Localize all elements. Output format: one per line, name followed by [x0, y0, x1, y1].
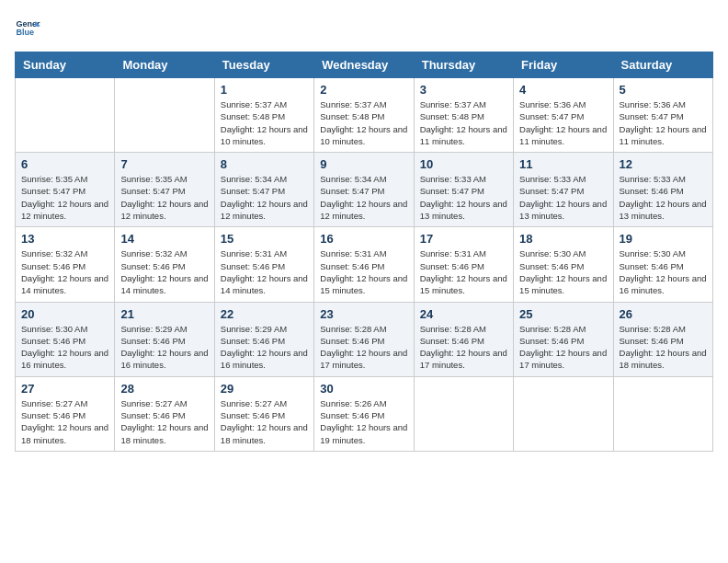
day-info: Sunrise: 5:37 AM Sunset: 5:48 PM Dayligh…	[320, 98, 407, 147]
day-info: Sunrise: 5:36 AM Sunset: 5:47 PM Dayligh…	[620, 98, 707, 147]
day-number: 4	[519, 83, 607, 97]
calendar-cell: 9Sunrise: 5:34 AM Sunset: 5:47 PM Daylig…	[314, 153, 414, 227]
calendar-cell	[613, 376, 712, 451]
day-number: 16	[320, 232, 407, 246]
svg-text:Blue: Blue	[16, 28, 34, 37]
calendar-cell	[115, 78, 214, 153]
calendar-cell	[16, 78, 115, 153]
day-number: 2	[320, 83, 407, 97]
page-header: General Blue	[15, 15, 713, 40]
day-info: Sunrise: 5:35 AM Sunset: 5:47 PM Dayligh…	[120, 173, 208, 222]
calendar-cell: 22Sunrise: 5:29 AM Sunset: 5:46 PM Dayli…	[214, 302, 313, 376]
day-number: 30	[320, 382, 407, 396]
day-number: 11	[519, 157, 607, 171]
day-number: 6	[21, 157, 108, 171]
weekday-header-thursday: Thursday	[414, 52, 513, 78]
day-number: 10	[420, 157, 507, 171]
day-info: Sunrise: 5:27 AM Sunset: 5:46 PM Dayligh…	[221, 397, 308, 446]
day-number: 14	[120, 232, 208, 246]
logo: General Blue	[15, 15, 40, 40]
day-info: Sunrise: 5:30 AM Sunset: 5:46 PM Dayligh…	[21, 323, 108, 372]
calendar-cell: 27Sunrise: 5:27 AM Sunset: 5:46 PM Dayli…	[16, 376, 115, 451]
calendar-week-row: 1Sunrise: 5:37 AM Sunset: 5:48 PM Daylig…	[16, 78, 713, 153]
day-number: 20	[21, 307, 108, 321]
day-number: 25	[519, 307, 607, 321]
calendar-cell	[514, 376, 613, 451]
day-number: 7	[120, 157, 208, 171]
calendar-cell: 30Sunrise: 5:26 AM Sunset: 5:46 PM Dayli…	[314, 376, 414, 451]
weekday-header-friday: Friday	[514, 52, 613, 78]
calendar-cell: 24Sunrise: 5:28 AM Sunset: 5:46 PM Dayli…	[414, 302, 513, 376]
day-info: Sunrise: 5:26 AM Sunset: 5:46 PM Dayligh…	[320, 397, 407, 446]
day-info: Sunrise: 5:29 AM Sunset: 5:46 PM Dayligh…	[120, 323, 208, 372]
day-number: 1	[221, 83, 308, 97]
calendar-cell: 28Sunrise: 5:27 AM Sunset: 5:46 PM Dayli…	[115, 376, 214, 451]
calendar-cell: 21Sunrise: 5:29 AM Sunset: 5:46 PM Dayli…	[115, 302, 214, 376]
day-number: 22	[221, 307, 308, 321]
day-info: Sunrise: 5:30 AM Sunset: 5:46 PM Dayligh…	[620, 247, 707, 296]
calendar-cell: 1Sunrise: 5:37 AM Sunset: 5:48 PM Daylig…	[214, 78, 313, 153]
day-number: 27	[21, 382, 108, 396]
calendar-cell: 26Sunrise: 5:28 AM Sunset: 5:46 PM Dayli…	[613, 302, 712, 376]
calendar-cell: 17Sunrise: 5:31 AM Sunset: 5:46 PM Dayli…	[414, 227, 513, 302]
calendar-cell: 16Sunrise: 5:31 AM Sunset: 5:46 PM Dayli…	[314, 227, 414, 302]
day-info: Sunrise: 5:30 AM Sunset: 5:46 PM Dayligh…	[519, 247, 607, 296]
day-info: Sunrise: 5:27 AM Sunset: 5:46 PM Dayligh…	[120, 397, 208, 446]
day-info: Sunrise: 5:32 AM Sunset: 5:46 PM Dayligh…	[120, 247, 208, 296]
day-info: Sunrise: 5:37 AM Sunset: 5:48 PM Dayligh…	[420, 98, 507, 147]
day-info: Sunrise: 5:33 AM Sunset: 5:47 PM Dayligh…	[420, 173, 507, 222]
calendar-week-row: 6Sunrise: 5:35 AM Sunset: 5:47 PM Daylig…	[16, 153, 713, 227]
calendar-cell: 6Sunrise: 5:35 AM Sunset: 5:47 PM Daylig…	[16, 153, 115, 227]
calendar-cell: 8Sunrise: 5:34 AM Sunset: 5:47 PM Daylig…	[214, 153, 313, 227]
weekday-header-tuesday: Tuesday	[214, 52, 313, 78]
calendar-cell: 25Sunrise: 5:28 AM Sunset: 5:46 PM Dayli…	[514, 302, 613, 376]
calendar-cell: 5Sunrise: 5:36 AM Sunset: 5:47 PM Daylig…	[613, 78, 712, 153]
day-number: 13	[21, 232, 108, 246]
calendar-week-row: 13Sunrise: 5:32 AM Sunset: 5:46 PM Dayli…	[16, 227, 713, 302]
calendar-week-row: 20Sunrise: 5:30 AM Sunset: 5:46 PM Dayli…	[16, 302, 713, 376]
calendar-cell: 2Sunrise: 5:37 AM Sunset: 5:48 PM Daylig…	[314, 78, 414, 153]
day-number: 17	[420, 232, 507, 246]
day-info: Sunrise: 5:34 AM Sunset: 5:47 PM Dayligh…	[221, 173, 308, 222]
weekday-header-wednesday: Wednesday	[314, 52, 414, 78]
day-info: Sunrise: 5:31 AM Sunset: 5:46 PM Dayligh…	[221, 247, 308, 296]
day-info: Sunrise: 5:33 AM Sunset: 5:46 PM Dayligh…	[620, 173, 707, 222]
day-info: Sunrise: 5:33 AM Sunset: 5:47 PM Dayligh…	[519, 173, 607, 222]
calendar-cell: 3Sunrise: 5:37 AM Sunset: 5:48 PM Daylig…	[414, 78, 513, 153]
day-number: 19	[620, 232, 707, 246]
weekday-header-monday: Monday	[115, 52, 214, 78]
day-info: Sunrise: 5:28 AM Sunset: 5:46 PM Dayligh…	[320, 323, 407, 372]
calendar-cell: 29Sunrise: 5:27 AM Sunset: 5:46 PM Dayli…	[214, 376, 313, 451]
calendar-cell: 12Sunrise: 5:33 AM Sunset: 5:46 PM Dayli…	[613, 153, 712, 227]
calendar-cell: 4Sunrise: 5:36 AM Sunset: 5:47 PM Daylig…	[514, 78, 613, 153]
day-number: 8	[221, 157, 308, 171]
day-info: Sunrise: 5:27 AM Sunset: 5:46 PM Dayligh…	[21, 397, 108, 446]
calendar-cell: 20Sunrise: 5:30 AM Sunset: 5:46 PM Dayli…	[16, 302, 115, 376]
day-number: 12	[620, 157, 707, 171]
day-number: 28	[120, 382, 208, 396]
day-number: 21	[120, 307, 208, 321]
day-info: Sunrise: 5:31 AM Sunset: 5:46 PM Dayligh…	[320, 247, 407, 296]
calendar-week-row: 27Sunrise: 5:27 AM Sunset: 5:46 PM Dayli…	[16, 376, 713, 451]
day-info: Sunrise: 5:35 AM Sunset: 5:47 PM Dayligh…	[21, 173, 108, 222]
calendar-cell: 10Sunrise: 5:33 AM Sunset: 5:47 PM Dayli…	[414, 153, 513, 227]
day-number: 5	[620, 83, 707, 97]
calendar-cell: 23Sunrise: 5:28 AM Sunset: 5:46 PM Dayli…	[314, 302, 414, 376]
calendar-cell: 19Sunrise: 5:30 AM Sunset: 5:46 PM Dayli…	[613, 227, 712, 302]
day-number: 15	[221, 232, 308, 246]
day-number: 23	[320, 307, 407, 321]
day-number: 3	[420, 83, 507, 97]
day-number: 29	[221, 382, 308, 396]
day-info: Sunrise: 5:28 AM Sunset: 5:46 PM Dayligh…	[420, 323, 507, 372]
day-number: 24	[420, 307, 507, 321]
calendar-cell	[414, 376, 513, 451]
calendar-cell: 15Sunrise: 5:31 AM Sunset: 5:46 PM Dayli…	[214, 227, 313, 302]
calendar-cell: 14Sunrise: 5:32 AM Sunset: 5:46 PM Dayli…	[115, 227, 214, 302]
calendar-cell: 11Sunrise: 5:33 AM Sunset: 5:47 PM Dayli…	[514, 153, 613, 227]
day-number: 26	[620, 307, 707, 321]
day-info: Sunrise: 5:28 AM Sunset: 5:46 PM Dayligh…	[519, 323, 607, 372]
calendar-cell: 7Sunrise: 5:35 AM Sunset: 5:47 PM Daylig…	[115, 153, 214, 227]
weekday-header-saturday: Saturday	[613, 52, 712, 78]
day-info: Sunrise: 5:32 AM Sunset: 5:46 PM Dayligh…	[21, 247, 108, 296]
day-info: Sunrise: 5:34 AM Sunset: 5:47 PM Dayligh…	[320, 173, 407, 222]
